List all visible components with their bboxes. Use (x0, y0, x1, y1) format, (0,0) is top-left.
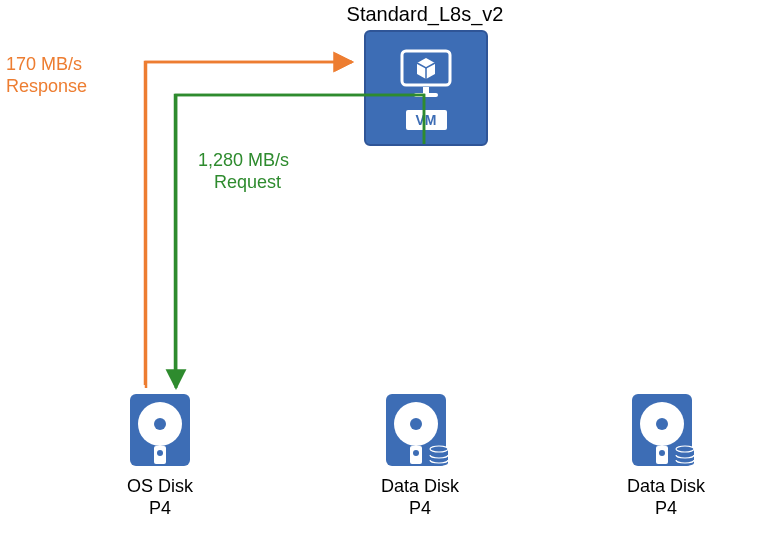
response-rate-label: 170 MB/s (6, 54, 82, 76)
response-flow-line (146, 62, 352, 388)
svg-point-9 (157, 450, 163, 456)
svg-point-12 (410, 418, 422, 430)
data-disk-2-tier: P4 (606, 498, 726, 520)
response-kind-label: Response (6, 76, 87, 98)
svg-point-7 (154, 418, 166, 430)
response-arrow (145, 62, 352, 385)
svg-rect-2 (414, 93, 438, 97)
data-disk-1-icon (380, 390, 452, 470)
vm-box: VM (364, 30, 488, 146)
data-disk-1-tier: P4 (360, 498, 480, 520)
data-disk-1-name: Data Disk (360, 476, 480, 498)
vm-icon (396, 47, 456, 106)
svg-point-23 (659, 450, 665, 456)
svg-rect-1 (423, 87, 429, 93)
data-disk-2-icon (626, 390, 698, 470)
os-disk-icon (124, 390, 196, 470)
request-kind-label: Request (214, 172, 281, 194)
svg-point-21 (656, 418, 668, 430)
data-disk-2-name: Data Disk (606, 476, 726, 498)
request-rate-label: 1,280 MB/s (198, 150, 289, 172)
svg-point-14 (413, 450, 419, 456)
vm-title: Standard_L8s_v2 (335, 2, 515, 26)
os-disk-name: OS Disk (110, 476, 210, 498)
vm-caption: VM (406, 110, 447, 130)
os-disk-tier: P4 (110, 498, 210, 520)
